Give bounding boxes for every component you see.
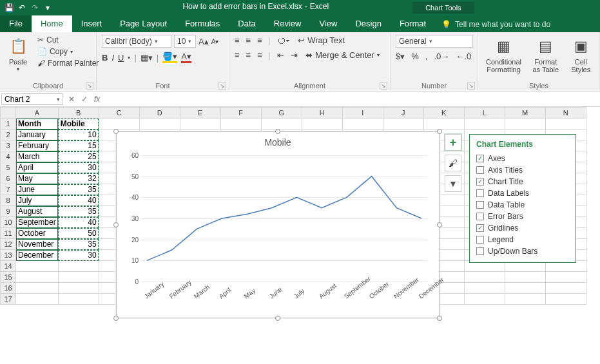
cell[interactable] [423,119,464,129]
column-header[interactable]: N [545,108,586,119]
cell[interactable] [58,283,99,294]
conditional-formatting-button[interactable]: ▦Conditional Formatting [483,35,524,75]
cell[interactable]: June [16,184,59,195]
chart-styles-button[interactable]: 🖌 [445,155,461,171]
cell[interactable]: January [16,129,59,140]
merge-dropdown-icon[interactable]: ▾ [377,52,380,58]
tab-data[interactable]: Data [229,15,264,32]
tab-view[interactable]: View [310,15,346,32]
chart-element-option[interactable]: Up/Down Bars [476,245,569,257]
chart-element-option[interactable]: Error Bars [476,211,569,222]
redo-icon[interactable]: ↷ [30,3,40,13]
column-header[interactable]: A [16,108,59,119]
font-size-combo[interactable]: 10▾ [174,35,196,48]
format-as-table-button[interactable]: ▤Format as Table [529,35,563,75]
font-launcher-icon[interactable]: ↘ [218,82,226,90]
qat-dropdown-icon[interactable]: ▾ [43,3,53,13]
cell[interactable]: November [16,239,59,250]
tab-page-layout[interactable]: Page Layout [111,15,176,32]
cell[interactable] [505,119,545,129]
currency-icon[interactable]: $▾ [396,52,405,61]
borders-button[interactable]: ▦▾ [140,53,153,62]
cell[interactable]: September [16,217,59,228]
chart-filters-button[interactable]: ▼ [445,175,461,192]
cell[interactable] [383,119,423,129]
tab-design[interactable]: Design [346,15,390,32]
column-header[interactable]: G [261,108,302,119]
column-header[interactable]: F [220,108,261,119]
cell[interactable]: 40 [58,195,99,206]
font-name-combo[interactable]: Calibri (Body)▾ [102,35,171,48]
tab-review[interactable]: Review [265,15,311,32]
enter-formula-icon[interactable]: ✓ [81,95,88,104]
cell[interactable] [342,119,383,129]
row-header[interactable]: 16 [1,283,16,294]
align-middle-icon[interactable]: ≡ [246,35,251,45]
cell[interactable]: February [16,140,59,151]
cell[interactable] [464,119,505,129]
alignment-launcher-icon[interactable]: ↘ [380,82,387,90]
row-header[interactable]: 9 [1,206,16,217]
fill-color-button[interactable]: 🪣▾ [162,52,177,63]
tab-format[interactable]: Format [391,15,435,32]
row-header[interactable]: 11 [1,228,16,239]
row-header[interactable]: 1 [1,119,16,129]
chart-element-option[interactable]: Axis Titles [476,164,569,176]
merge-center-button[interactable]: ⬌Merge & Center▾ [304,50,381,61]
chart-element-option[interactable]: ✓Axes [476,153,569,164]
decrease-decimal-icon[interactable]: ←.0 [456,52,471,61]
align-top-icon[interactable]: ≡ [235,35,240,45]
name-box[interactable]: Chart 2 ▾ [1,93,63,105]
cell[interactable] [16,294,59,305]
tab-formulas[interactable]: Formulas [176,15,229,32]
cell[interactable] [545,283,586,294]
decrease-font-icon[interactable]: A▾ [211,38,219,45]
bold-button[interactable]: B [102,53,108,62]
italic-button[interactable]: I [111,53,114,62]
row-header[interactable]: 4 [1,151,16,162]
column-header[interactable]: J [383,108,423,119]
chart-element-option[interactable]: ✓Gridlines [476,222,569,234]
chart-plot-area[interactable]: 0102030405060 [141,155,427,282]
column-header[interactable]: L [464,108,505,119]
cell[interactable]: December [16,250,59,261]
increase-decimal-icon[interactable]: .0→ [434,52,449,61]
increase-font-icon[interactable]: A▴ [198,37,209,46]
clipboard-launcher-icon[interactable]: ↘ [86,82,93,90]
column-header[interactable]: D [139,108,180,119]
column-header[interactable]: C [99,108,139,119]
column-header[interactable]: B [58,108,99,119]
underline-dropdown-icon[interactable]: ▾ [128,55,130,61]
number-launcher-icon[interactable]: ↘ [467,82,475,90]
cell[interactable]: 32 [58,173,99,184]
cell[interactable]: 35 [58,206,99,217]
row-header[interactable]: 8 [1,195,16,206]
cell[interactable] [505,283,545,294]
cell[interactable]: 35 [58,184,99,195]
cell[interactable]: 25 [58,151,99,162]
cell[interactable] [58,294,99,305]
cell[interactable] [220,119,261,129]
cell[interactable] [464,272,505,283]
row-header[interactable]: 2 [1,129,16,140]
cell[interactable]: 35 [58,239,99,250]
cell[interactable]: Mobile [58,119,99,129]
column-header[interactable]: H [302,108,342,119]
cell[interactable] [16,272,59,283]
tell-me[interactable]: 💡 Tell me what you want to do [435,17,557,32]
cell[interactable]: August [16,206,59,217]
cell[interactable] [58,272,99,283]
tab-home[interactable]: Home [32,15,72,32]
align-bottom-icon[interactable]: ≡ [257,35,262,45]
cell[interactable] [139,119,180,129]
cancel-formula-icon[interactable]: ✕ [68,95,75,104]
column-header[interactable]: I [342,108,383,119]
row-header[interactable]: 14 [1,261,16,272]
save-icon[interactable]: 💾 [4,3,14,13]
format-painter-button[interactable]: 🖌Format Painter [36,58,100,68]
percent-icon[interactable]: % [411,52,419,61]
number-format-combo[interactable]: General▾ [396,35,473,48]
cell[interactable]: 30 [58,162,99,173]
fx-icon[interactable]: fx [94,95,100,104]
copy-dropdown-icon[interactable]: ▾ [70,49,73,55]
